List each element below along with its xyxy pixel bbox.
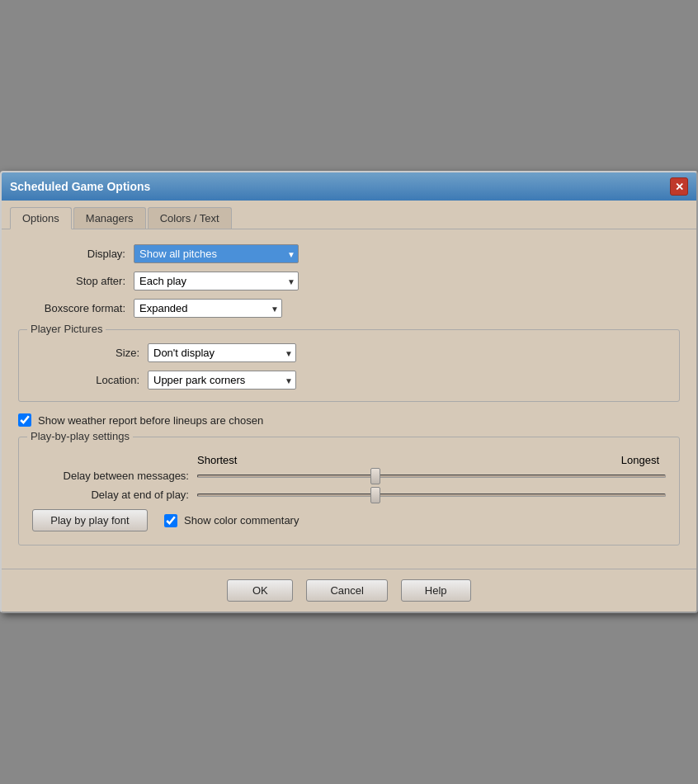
display-select[interactable]: Show all pitches Show selected pitches H… bbox=[134, 244, 299, 263]
play-by-play-title: Play-by-play settings bbox=[27, 430, 133, 442]
delay-end-thumb[interactable] bbox=[370, 487, 380, 503]
player-pictures-title: Player Pictures bbox=[27, 323, 106, 335]
display-row: Display: Show all pitches Show selected … bbox=[18, 244, 680, 263]
stop-after-select[interactable]: Each play Each half inning Each inning E… bbox=[134, 272, 299, 290]
cancel-button[interactable]: Cancel bbox=[306, 579, 387, 602]
stop-after-row: Stop after: Each play Each half inning E… bbox=[18, 272, 680, 290]
delay-messages-slider[interactable] bbox=[197, 475, 666, 478]
location-row: Location: Upper park corners Lower park … bbox=[32, 371, 666, 390]
shortest-label: Shortest bbox=[197, 454, 237, 466]
player-pictures-inner: Size: Don't display Small Medium Large ▼… bbox=[32, 343, 666, 390]
size-select-wrapper: Don't display Small Medium Large ▼ bbox=[148, 343, 296, 362]
delay-messages-row: Delay between messages: bbox=[32, 470, 666, 482]
boxscore-select[interactable]: Expanded Standard Compact bbox=[134, 299, 282, 318]
player-pictures-group: Player Pictures Size: Don't display Smal… bbox=[18, 329, 680, 402]
play-by-play-group: Play-by-play settings Shortest Longest D… bbox=[18, 437, 680, 545]
footer: OK Cancel Help bbox=[2, 569, 696, 612]
location-label: Location: bbox=[32, 374, 139, 386]
weather-checkbox[interactable] bbox=[18, 413, 31, 427]
location-select-wrapper: Upper park corners Lower park corners Ce… bbox=[148, 371, 296, 390]
size-select[interactable]: Don't display Small Medium Large bbox=[148, 343, 296, 362]
weather-checkbox-row: Show weather report before lineups are c… bbox=[18, 413, 680, 427]
content-area: Display: Show all pitches Show selected … bbox=[2, 229, 696, 569]
commentary-checkbox[interactable] bbox=[164, 514, 177, 527]
slider-header: Shortest Longest bbox=[197, 454, 659, 466]
close-button[interactable]: ✕ bbox=[670, 177, 688, 196]
size-row: Size: Don't display Small Medium Large ▼ bbox=[32, 343, 666, 362]
tab-managers[interactable]: Managers bbox=[73, 207, 146, 229]
weather-label: Show weather report before lineups are c… bbox=[38, 414, 263, 427]
commentary-label: Show color commentary bbox=[184, 514, 299, 527]
stop-after-label: Stop after: bbox=[18, 275, 125, 287]
delay-end-label: Delay at end of play: bbox=[32, 489, 189, 501]
dialog: Scheduled Game Options ✕ Options Manager… bbox=[0, 171, 698, 613]
tab-colors-text[interactable]: Colors / Text bbox=[148, 207, 232, 229]
location-select[interactable]: Upper park corners Lower park corners Ce… bbox=[148, 371, 296, 390]
dialog-title: Scheduled Game Options bbox=[10, 180, 150, 193]
bottom-row: Play by play font Show color commentary bbox=[32, 509, 666, 531]
title-bar: Scheduled Game Options ✕ bbox=[2, 172, 696, 201]
display-label: Display: bbox=[18, 248, 125, 260]
commentary-checkbox-row: Show color commentary bbox=[164, 514, 299, 527]
tab-bar: Options Managers Colors / Text bbox=[2, 201, 696, 229]
ok-button[interactable]: OK bbox=[227, 579, 293, 602]
tab-options[interactable]: Options bbox=[10, 207, 72, 229]
delay-messages-thumb[interactable] bbox=[370, 468, 380, 484]
delay-end-row: Delay at end of play: bbox=[32, 489, 666, 501]
boxscore-select-wrapper: Expanded Standard Compact ▼ bbox=[134, 299, 282, 318]
help-button[interactable]: Help bbox=[401, 579, 471, 602]
delay-messages-label: Delay between messages: bbox=[32, 470, 189, 482]
longest-label: Longest bbox=[621, 454, 659, 466]
stop-after-select-wrapper: Each play Each half inning Each inning E… bbox=[134, 272, 299, 290]
boxscore-label: Boxscore format: bbox=[18, 302, 125, 314]
display-select-wrapper: Show all pitches Show selected pitches H… bbox=[134, 244, 299, 263]
boxscore-row: Boxscore format: Expanded Standard Compa… bbox=[18, 299, 680, 318]
delay-end-slider[interactable] bbox=[197, 494, 666, 497]
size-label: Size: bbox=[32, 347, 139, 359]
play-by-play-font-button[interactable]: Play by play font bbox=[32, 509, 148, 531]
